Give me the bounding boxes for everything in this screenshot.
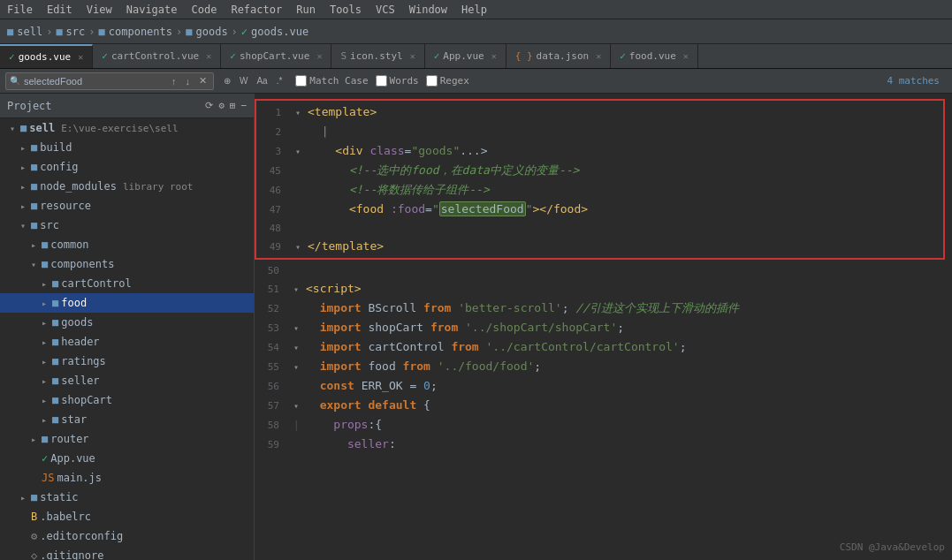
code-editor[interactable]: 1 ▾ <template> 2 | 3 ▾ <div class="goods…	[255, 94, 952, 560]
build-label: build	[40, 141, 72, 154]
menu-refactor[interactable]: Refactor	[231, 4, 282, 16]
shop-cart-close[interactable]: ✕	[316, 51, 322, 61]
words-checkbox[interactable]	[376, 75, 387, 87]
tab-shop-cart[interactable]: ✓ shopCart.vue ✕	[221, 44, 331, 68]
tab-cart-control[interactable]: ✓ cartControl.vue ✕	[93, 44, 221, 68]
menu-file[interactable]: File	[7, 4, 33, 16]
breadcrumb-components[interactable]: components	[109, 26, 172, 38]
header-label: header	[61, 336, 99, 348]
tree-header[interactable]: ▸ ■ header	[0, 332, 254, 352]
main-content: Project ⟳ ⚙ ⊞ − ▾ ■ sell E:\vue-exercise…	[0, 94, 952, 560]
search-word-btn[interactable]: W	[237, 76, 250, 86]
collapse-icon[interactable]: −	[240, 100, 247, 111]
menu-navigate[interactable]: Navigate	[126, 4, 178, 16]
menu-view[interactable]: View	[87, 4, 112, 16]
tree-app-vue[interactable]: ✓ App.vue	[0, 449, 254, 468]
icon-styl-icon: S	[340, 50, 347, 62]
expand-icon[interactable]: ⊞	[230, 100, 236, 111]
code-content-57: export default {	[302, 397, 952, 414]
code-content-49: </template>	[304, 238, 943, 255]
search-regex-btn[interactable]: .*	[274, 76, 286, 86]
menu-edit[interactable]: Edit	[47, 4, 72, 16]
tree-resource[interactable]: ▸ ■ resource	[0, 196, 254, 216]
tree-src[interactable]: ▾ ■ src	[0, 216, 254, 235]
words-option[interactable]: Words	[376, 75, 419, 87]
regex-checkbox[interactable]	[426, 75, 438, 87]
search-input[interactable]	[24, 76, 165, 87]
search-case-btn[interactable]: Aa	[254, 76, 270, 86]
code-line-55: 55 ▾ import food from '../food/food';	[255, 357, 952, 376]
search-filter-btn[interactable]: ⊕	[221, 76, 233, 86]
breadcrumb-src[interactable]: src	[66, 26, 86, 38]
tree-ratings[interactable]: ▸ ■ ratings	[0, 352, 254, 371]
icon-styl-label: icon.styl	[350, 50, 403, 62]
tree-router[interactable]: ▸ ■ router	[0, 429, 254, 449]
tree-gitignore[interactable]: ◇ .gitignore	[0, 546, 254, 560]
breadcrumb-sell[interactable]: sell	[17, 26, 42, 38]
fold-49[interactable]: ▾	[292, 242, 304, 252]
menu-tools[interactable]: Tools	[330, 4, 362, 16]
breadcrumb: ■ sell › ■ src › ■ components › ■ goods …	[7, 26, 308, 38]
breadcrumb-goods[interactable]: goods	[195, 26, 227, 38]
fold-53[interactable]: ▾	[290, 323, 302, 333]
match-case-checkbox[interactable]	[295, 75, 307, 87]
tree-food[interactable]: ▸ ■ food	[0, 293, 254, 313]
tree-babelrc[interactable]: B .babelrc	[0, 507, 254, 526]
tree-main-js[interactable]: JS main.js	[0, 468, 254, 488]
node-modules-label: node_modules	[40, 180, 117, 193]
line-num-2: 2	[256, 126, 292, 138]
line-num-47: 47	[256, 204, 292, 216]
food-arrow: ▸	[39, 299, 50, 308]
search-close-btn[interactable]: ✕	[196, 75, 209, 87]
data-json-close[interactable]: ✕	[596, 51, 601, 61]
tree-star[interactable]: ▸ ■ star	[0, 410, 254, 429]
tree-shop-cart[interactable]: ▸ ■ shopCart	[0, 390, 254, 410]
menu-vcs[interactable]: VCS	[376, 4, 395, 16]
food-vue-close[interactable]: ✕	[683, 51, 689, 61]
goods-vue-close[interactable]: ✕	[78, 52, 83, 62]
tab-goods-vue[interactable]: ✓ goods.vue ✕	[0, 44, 93, 68]
fold-54[interactable]: ▾	[290, 343, 302, 352]
fold-58[interactable]: │	[290, 420, 302, 430]
menu-code[interactable]: Code	[192, 4, 217, 16]
menu-run[interactable]: Run	[296, 4, 316, 16]
search-next-btn[interactable]: ↓	[183, 76, 194, 87]
line-num-51: 51	[255, 284, 290, 295]
search-icon: 🔍	[10, 76, 20, 86]
tab-data-json[interactable]: { } data.json ✕	[506, 44, 612, 68]
tree-common[interactable]: ▸ ■ common	[0, 235, 254, 254]
tree-root[interactable]: ▾ ■ sell E:\vue-exercise\sell	[0, 118, 254, 138]
tab-food-vue[interactable]: ✓ food.vue ✕	[611, 44, 698, 68]
matches-count: 4 matches	[887, 75, 947, 87]
fold-1[interactable]: ▾	[292, 108, 304, 117]
tab-icon-styl[interactable]: S icon.styl ✕	[331, 44, 424, 68]
app-vue-close[interactable]: ✕	[491, 51, 497, 61]
icon-styl-close[interactable]: ✕	[410, 51, 415, 61]
router-icon: ■	[42, 433, 48, 445]
fold-51[interactable]: ▾	[290, 284, 302, 294]
tree-cart-control[interactable]: ▸ ■ cartControl	[0, 274, 254, 293]
fold-3[interactable]: ▾	[292, 147, 304, 156]
cart-control-close[interactable]: ✕	[206, 51, 211, 61]
tree-node-modules[interactable]: ▸ ■ node_modules library root	[0, 177, 254, 196]
tree-components[interactable]: ▾ ■ components	[0, 254, 254, 274]
static-label: static	[40, 491, 78, 503]
match-case-option[interactable]: Match Case	[295, 75, 368, 87]
search-prev-btn[interactable]: ↑	[169, 76, 179, 87]
tree-seller[interactable]: ▸ ■ seller	[0, 371, 254, 390]
tab-app-vue[interactable]: ✓ App.vue ✕	[425, 44, 506, 68]
menu-help[interactable]: Help	[461, 4, 487, 16]
breadcrumb-file[interactable]: goods.vue	[251, 26, 308, 38]
regex-option[interactable]: Regex	[426, 75, 469, 87]
fold-55[interactable]: ▾	[290, 362, 302, 372]
menu-window[interactable]: Window	[409, 4, 447, 16]
tree-build[interactable]: ▸ ■ build	[0, 138, 254, 157]
tree-editorconfig[interactable]: ⚙ .editorconfig	[0, 526, 254, 546]
settings-icon[interactable]: ⚙	[218, 100, 225, 111]
line-num-46: 46	[256, 185, 292, 196]
fold-57[interactable]: ▾	[290, 401, 302, 411]
sync-icon[interactable]: ⟳	[205, 100, 213, 111]
tree-goods[interactable]: ▸ ■ goods	[0, 313, 254, 332]
tree-config[interactable]: ▸ ■ config	[0, 157, 254, 177]
tree-static[interactable]: ▸ ■ static	[0, 488, 254, 507]
